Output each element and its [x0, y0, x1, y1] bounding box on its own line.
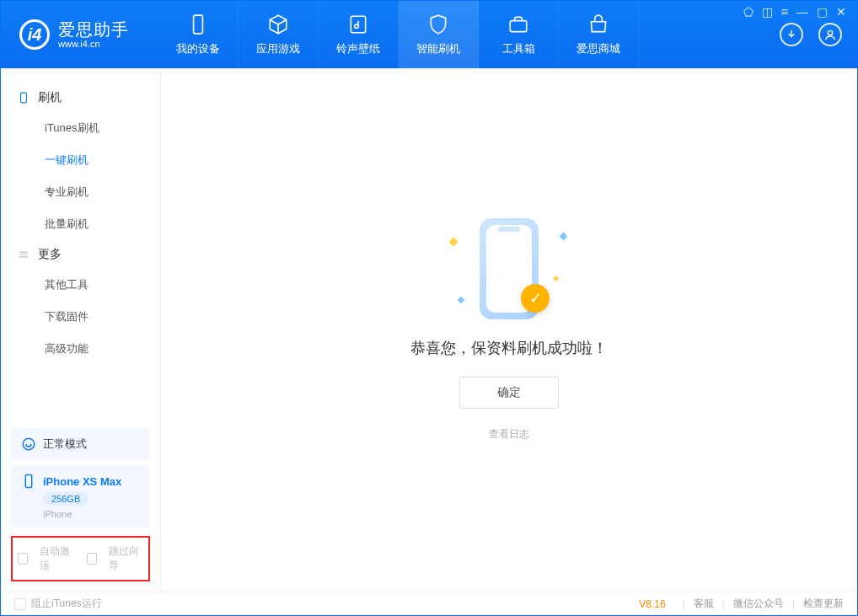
sidebar-item-advanced[interactable]: 高级功能 — [1, 333, 160, 365]
success-illustration: ✓ — [433, 218, 585, 319]
nav-label: 应用游戏 — [256, 41, 300, 56]
sidebar-item-oneclick-flash[interactable]: 一键刷机 — [1, 144, 160, 176]
app-header: i4 爱思助手 www.i4.cn 我的设备 应用游戏 铃声壁纸 智能刷机 工具… — [1, 1, 857, 68]
check-badge-icon: ✓ — [521, 284, 550, 313]
nav-my-device[interactable]: 我的设备 — [158, 1, 239, 68]
sidebar-item-itunes-flash[interactable]: iTunes刷机 — [1, 112, 160, 144]
store-icon — [587, 13, 610, 36]
sidebar-group-more: 更多 — [1, 240, 160, 269]
device-name: iPhone XS Max — [43, 475, 121, 488]
device-type: iPhone — [21, 509, 72, 519]
sidebar: 刷机 iTunes刷机 一键刷机 专业刷机 批量刷机 更多 其他工具 下载固件 … — [1, 68, 161, 592]
sidebar-item-other-tools[interactable]: 其他工具 — [1, 269, 160, 301]
window-controls: ⬠ ◫ ≡ — ▢ ✕ — [743, 5, 846, 19]
download-button[interactable] — [780, 23, 803, 46]
app-title: 爱思助手 — [58, 20, 129, 39]
view-log-link[interactable]: 查看日志 — [489, 427, 529, 442]
svg-rect-0 — [194, 15, 203, 34]
ok-button[interactable]: 确定 — [459, 377, 559, 409]
svg-point-4 — [828, 30, 832, 35]
sidebar-item-pro-flash[interactable]: 专业刷机 — [1, 176, 160, 208]
nav-ringtones[interactable]: 铃声壁纸 — [319, 1, 399, 68]
menu-icon[interactable]: ≡ — [781, 5, 788, 19]
checkbox-auto-activate[interactable] — [18, 553, 28, 565]
nav-label: 智能刷机 — [416, 41, 460, 56]
nav-toolbox[interactable]: 工具箱 — [479, 1, 559, 68]
svg-rect-7 — [25, 475, 32, 488]
nav-label: 我的设备 — [176, 41, 220, 56]
status-bar: 阻止iTunes运行 V8.16 | 客服 | 微信公众号 | 检查更新 — [1, 592, 857, 615]
nav-label: 爱思商城 — [576, 41, 620, 56]
svg-rect-3 — [510, 21, 527, 32]
footer-link-support[interactable]: 客服 — [694, 597, 714, 611]
close-button[interactable]: ✕ — [836, 5, 846, 19]
sidebar-item-download-firmware[interactable]: 下载固件 — [1, 301, 160, 333]
cube-icon — [266, 13, 290, 36]
app-subtitle: www.i4.cn — [58, 39, 129, 49]
nav-apps[interactable]: 应用游戏 — [239, 1, 319, 68]
logo-icon: i4 — [19, 19, 50, 50]
feedback-icon[interactable]: ⬠ — [743, 5, 753, 19]
minimize-button[interactable]: — — [796, 5, 808, 19]
toolbox-icon — [507, 13, 530, 36]
main-content: ✓ 恭喜您，保资料刷机成功啦！ 确定 查看日志 — [161, 68, 857, 592]
nav-flash[interactable]: 智能刷机 — [399, 1, 479, 68]
flash-options: 自动激活 跳过向导 — [11, 536, 150, 581]
success-message: 恭喜您，保资料刷机成功啦！ — [410, 338, 608, 358]
label-block-itunes: 阻止iTunes运行 — [31, 597, 102, 611]
phone-icon — [21, 474, 36, 489]
device-card[interactable]: iPhone XS Max 256GB iPhone — [11, 465, 150, 528]
svg-point-2 — [355, 24, 358, 28]
device-icon — [186, 13, 210, 36]
svg-point-6 — [23, 438, 35, 450]
svg-rect-5 — [21, 93, 27, 103]
mode-card[interactable]: 正常模式 — [11, 428, 150, 460]
nav-label: 铃声壁纸 — [336, 41, 380, 56]
checkbox-block-itunes[interactable] — [14, 598, 26, 610]
device-capacity: 256GB — [43, 492, 88, 506]
checkbox-skip-guide[interactable] — [87, 553, 97, 565]
skin-icon[interactable]: ◫ — [762, 5, 773, 19]
account-button[interactable] — [818, 23, 842, 46]
nav-label: 工具箱 — [502, 41, 535, 56]
mode-label: 正常模式 — [43, 437, 87, 452]
maximize-button[interactable]: ▢ — [817, 5, 828, 19]
top-nav: 我的设备 应用游戏 铃声壁纸 智能刷机 工具箱 爱思商城 — [158, 1, 639, 68]
footer-link-update[interactable]: 检查更新 — [803, 597, 844, 611]
label-auto-activate: 自动激活 — [40, 544, 74, 573]
app-logo: i4 爱思助手 www.i4.cn — [19, 19, 158, 50]
music-icon — [346, 13, 370, 36]
version-label: V8.16 — [639, 598, 665, 610]
nav-store[interactable]: 爱思商城 — [559, 1, 639, 68]
footer-link-wechat[interactable]: 微信公众号 — [733, 597, 784, 611]
sidebar-group-flash: 刷机 — [1, 83, 160, 112]
refresh-icon — [21, 437, 36, 452]
shield-icon — [426, 13, 450, 36]
label-skip-guide: 跳过向导 — [109, 544, 143, 573]
sidebar-item-batch-flash[interactable]: 批量刷机 — [1, 208, 160, 240]
